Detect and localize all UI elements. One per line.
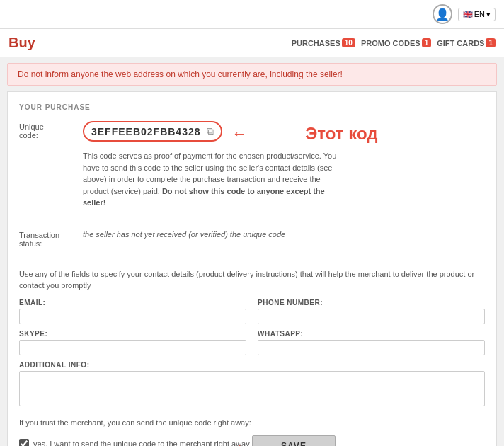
whatsapp-field-group: WHATSAPP: (258, 330, 485, 355)
send-code-section: If you trust the merchant, you can send … (19, 418, 485, 447)
main-content: YOUR PURCHASE Uniquecode: 3EFFEEB02FBB43… (7, 91, 497, 446)
save-button[interactable]: SAVE (252, 435, 336, 447)
send-code-checkbox[interactable] (19, 439, 29, 447)
whatsapp-label: WHATSAPP: (258, 330, 485, 338)
additional-info-group: ADDITIONAL INFO: (19, 361, 485, 408)
top-bar-icons: 👤 🇬🇧 EN ▾ (433, 4, 496, 24)
language-selector[interactable]: 🇬🇧 EN ▾ (458, 8, 496, 21)
phone-input[interactable] (258, 309, 485, 324)
purchases-label: PURCHASES (292, 39, 340, 47)
flag-icon: 🇬🇧 (463, 10, 473, 19)
phone-field-group: PHONE NUMBER: (258, 299, 485, 324)
email-input[interactable] (19, 309, 246, 324)
transaction-label: Transactionstatus: (19, 229, 83, 248)
gift-cards-link[interactable]: GIFT CARDS 1 (437, 38, 496, 47)
unique-code-field: 3EFFEEB02FBB4328 ⧉ ← Этот код This code … (83, 121, 485, 209)
skype-field-group: SKYPE: (19, 330, 246, 355)
warning-text: Do not inform anyone the web address on … (18, 69, 343, 79)
page-title: Buy (8, 35, 292, 51)
skype-label: SKYPE: (19, 330, 246, 338)
nav-links: PURCHASES 10 PROMO CODES 1 GIFT CARDS 1 (292, 38, 496, 47)
unique-code-value: 3EFFEEB02FBB4328 (91, 126, 201, 137)
contact-fields-grid: EMAIL: PHONE NUMBER: SKYPE: WHATSAPP: (19, 299, 485, 355)
skype-input[interactable] (19, 340, 246, 355)
purchases-link[interactable]: PURCHASES 10 (292, 38, 355, 47)
phone-label: PHONE NUMBER: (258, 299, 485, 307)
additional-info-textarea[interactable] (19, 371, 485, 406)
unique-code-label: Uniquecode: (19, 121, 83, 209)
transaction-status-row: Transactionstatus: the seller has not ye… (19, 229, 485, 258)
top-bar: 👤 🇬🇧 EN ▾ (0, 0, 504, 29)
copy-icon[interactable]: ⧉ (207, 125, 214, 137)
contact-section: Use any of the fields to specify your co… (19, 268, 485, 408)
arrow-to-checkbox-icon: → (0, 440, 11, 446)
email-field-group: EMAIL: (19, 299, 246, 324)
user-avatar-icon[interactable]: 👤 (433, 4, 452, 24)
section-title: YOUR PURCHASE (19, 103, 485, 111)
transaction-status-field: the seller has not yet received (or veri… (83, 229, 485, 248)
warning-bar: Do not inform anyone the web address on … (7, 63, 497, 86)
email-label: EMAIL: (19, 299, 246, 307)
transaction-status-text: the seller has not yet received (or veri… (83, 230, 285, 239)
promo-label: PROMO CODES (361, 39, 420, 47)
chevron-down-icon: ▾ (486, 10, 491, 19)
code-description: This code serves as proof of payment for… (83, 150, 338, 209)
gift-cards-badge: 1 (486, 38, 496, 47)
promo-codes-link[interactable]: PROMO CODES 1 (361, 38, 431, 47)
gift-cards-label: GIFT CARDS (437, 39, 484, 47)
send-code-checkbox-label: yes, I want to send the unique code to t… (33, 440, 250, 447)
arrow-to-save-icon: → (231, 438, 244, 446)
contact-description: Use any of the fields to specify your co… (19, 268, 485, 292)
annotation-text: Этот код (305, 124, 377, 144)
send-code-checkbox-row: yes, I want to send the unique code to t… (19, 439, 250, 447)
code-box: 3EFFEEB02FBB4328 ⧉ (83, 121, 222, 142)
whatsapp-input[interactable] (258, 340, 485, 355)
lang-label: EN (474, 10, 485, 18)
additional-info-label: ADDITIONAL INFO: (19, 361, 485, 369)
nav-bar: Buy PURCHASES 10 PROMO CODES 1 GIFT CARD… (0, 29, 504, 57)
send-code-description: If you trust the merchant, you can send … (19, 418, 485, 427)
arrow-right-icon: ← (232, 125, 248, 143)
purchases-badge: 10 (342, 38, 355, 47)
unique-code-row: Uniquecode: 3EFFEEB02FBB4328 ⧉ ← Этот ко… (19, 121, 485, 219)
promo-badge: 1 (422, 38, 432, 47)
